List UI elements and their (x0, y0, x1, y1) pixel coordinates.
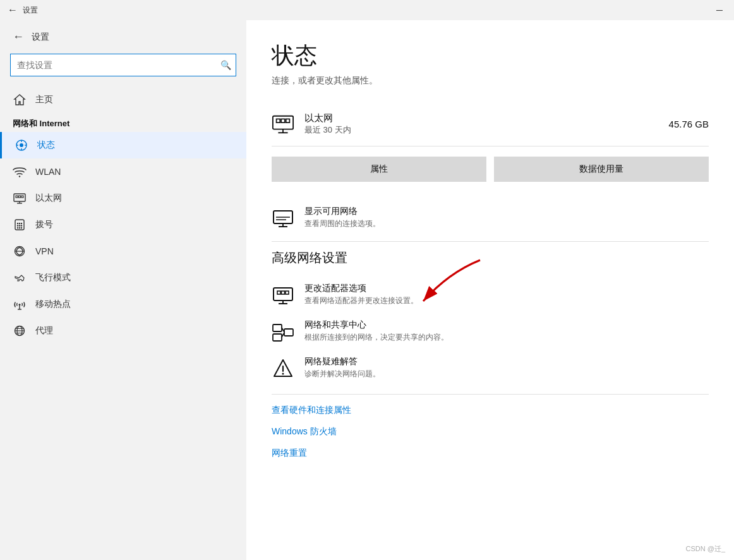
search-icon: 🔍 (220, 60, 231, 70)
dial-icon (13, 218, 27, 232)
status-icon (15, 138, 28, 152)
ethernet-status-icon (272, 113, 294, 136)
sidebar-item-dial[interactable]: 拨号 (0, 211, 246, 238)
sharing-center-title: 网络和共享中心 (304, 319, 448, 331)
svg-rect-49 (286, 291, 289, 294)
adapter-options-title: 更改适配器选项 (304, 283, 418, 294)
troubleshoot-icon (272, 357, 294, 380)
sidebar-item-ethernet-label: 以太网 (35, 193, 62, 204)
svg-point-15 (19, 223, 20, 224)
network-card-left: 以太网 最近 30 天内 (272, 112, 351, 136)
divider2 (272, 394, 709, 395)
sidebar-item-hotspot-label: 移动热点 (35, 299, 71, 310)
troubleshoot-item[interactable]: 网络疑难解答 诊断并解决网络问题。 (272, 350, 709, 386)
svg-point-19 (21, 225, 22, 226)
sidebar-item-hotspot[interactable]: 移动热点 (0, 291, 246, 318)
reset-link[interactable]: 网络重置 (272, 443, 709, 464)
troubleshoot-content: 网络疑难解答 诊断并解决网络问题。 (304, 356, 380, 379)
svg-point-25 (19, 304, 21, 306)
sharing-center-content: 网络和共享中心 根据所连接到的网络，决定要共享的内容。 (304, 319, 448, 343)
sidebar-item-home[interactable]: 主页 (0, 86, 246, 113)
adapter-options-sub: 查看网络适配器并更改连接设置。 (304, 295, 418, 306)
svg-point-6 (19, 176, 20, 177)
proxy-icon (13, 324, 27, 338)
minimize-button[interactable]: ─ (705, 0, 734, 20)
ethernet-icon (13, 191, 27, 205)
data-usage-button[interactable]: 数据使用量 (494, 157, 709, 182)
network-name: 以太网 (304, 112, 351, 124)
divider1 (272, 241, 709, 242)
sidebar-item-airplane[interactable]: 飞行模式 (0, 265, 246, 291)
show-networks-content: 显示可用网络 查看周围的连接选项。 (304, 206, 380, 229)
network-sub: 最近 30 天内 (304, 124, 351, 136)
titlebar: ← 设置 ─ (0, 0, 734, 20)
sharing-center-item[interactable]: 网络和共享中心 根据所连接到的网络，决定要共享的内容。 (272, 313, 709, 350)
content-area: 状态 连接，或者更改其他属性。 以太网 最近 30 天内 (246, 20, 734, 560)
svg-rect-48 (282, 291, 285, 294)
show-networks-sub: 查看周围的连接选项。 (304, 218, 380, 229)
hardware-link[interactable]: 查看硬件和连接属性 (272, 400, 709, 421)
sidebar-back-icon[interactable]: ← (13, 30, 24, 44)
firewall-link[interactable]: Windows 防火墙 (272, 421, 709, 443)
svg-rect-36 (277, 119, 280, 122)
svg-rect-52 (284, 329, 293, 336)
sidebar-item-proxy-label: 代理 (35, 325, 53, 337)
search-box: 🔍 (10, 54, 236, 76)
svg-point-18 (19, 225, 20, 226)
search-input[interactable] (10, 54, 236, 76)
show-networks-item[interactable]: 显示可用网络 查看周围的连接选项。 (272, 200, 709, 236)
sidebar-item-dial-label: 拨号 (35, 219, 53, 230)
wifi-icon (13, 165, 27, 179)
hotspot-icon (13, 297, 27, 311)
sidebar-item-proxy[interactable]: 代理 (0, 318, 246, 344)
page-title: 状态 (272, 40, 709, 71)
section-advanced-title: 高级网络设置 (272, 249, 709, 266)
svg-rect-38 (286, 119, 290, 122)
troubleshoot-title: 网络疑难解答 (304, 356, 380, 367)
sidebar-item-ethernet[interactable]: 以太网 (0, 185, 246, 211)
sidebar-item-home-label: 主页 (35, 94, 53, 105)
titlebar-title: 设置 (23, 5, 38, 16)
svg-point-57 (282, 373, 284, 375)
svg-point-17 (17, 225, 18, 226)
page-subtitle: 连接，或者更改其他属性。 (272, 75, 709, 86)
svg-point-20 (17, 227, 18, 229)
svg-rect-37 (281, 119, 285, 122)
airplane-icon (13, 271, 27, 285)
btn-row: 属性 数据使用量 (272, 157, 709, 182)
svg-rect-12 (21, 196, 23, 198)
adapter-icon (272, 284, 294, 307)
sidebar-item-vpn-label: VPN (35, 246, 54, 256)
adapter-options-item[interactable]: 更改适配器选项 查看网络适配器并更改连接设置。 (272, 277, 709, 313)
svg-point-16 (21, 223, 22, 224)
svg-rect-11 (19, 196, 21, 198)
properties-button[interactable]: 属性 (272, 157, 486, 182)
network-size: 45.76 GB (669, 119, 709, 129)
watermark: CSDN @迁_ (685, 544, 725, 554)
home-icon (13, 93, 27, 107)
svg-rect-50 (273, 325, 282, 331)
sharing-icon (272, 321, 294, 343)
svg-point-1 (20, 143, 23, 147)
svg-rect-47 (277, 291, 280, 294)
sidebar-item-vpn[interactable]: VPN (0, 238, 246, 265)
sidebar-item-status[interactable]: 状态 (0, 132, 246, 158)
network-info: 以太网 最近 30 天内 (304, 112, 351, 136)
sidebar-item-airplane-label: 飞行模式 (35, 272, 71, 283)
back-icon[interactable]: ← (8, 4, 18, 16)
troubleshoot-sub: 诊断并解决网络问题。 (304, 369, 380, 379)
show-networks-icon (272, 207, 294, 230)
sidebar-item-wlan[interactable]: WLAN (0, 158, 246, 185)
sidebar-item-wlan-label: WLAN (35, 167, 61, 177)
sidebar-top: ← 设置 (0, 20, 246, 49)
svg-rect-51 (273, 334, 282, 341)
svg-point-22 (21, 227, 22, 229)
adapter-options-content: 更改适配器选项 查看网络适配器并更改连接设置。 (304, 283, 418, 306)
show-networks-title: 显示可用网络 (304, 206, 380, 217)
sidebar-title: 设置 (32, 32, 49, 43)
svg-rect-10 (16, 196, 18, 198)
vpn-icon (13, 244, 27, 258)
sidebar: ← 设置 🔍 主页 网络和 Internet (0, 20, 246, 560)
sharing-center-sub: 根据所连接到的网络，决定要共享的内容。 (304, 332, 448, 343)
network-card: 以太网 最近 30 天内 45.76 GB (272, 102, 709, 146)
